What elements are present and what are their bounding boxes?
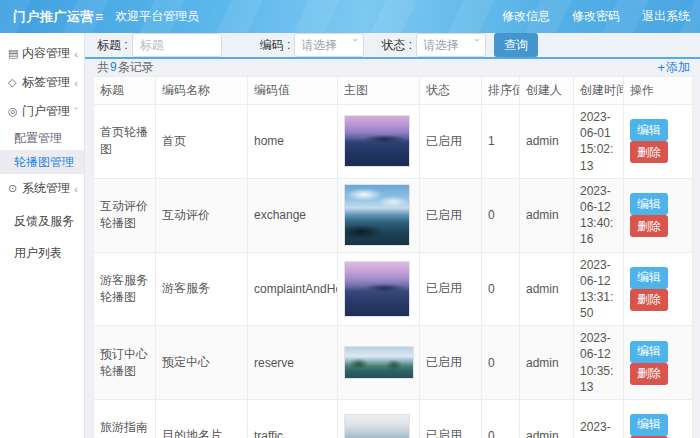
sidebar-item-label: 门户管理 [22, 103, 74, 120]
search-button[interactable]: 查询 [494, 33, 538, 57]
cell-main-image [338, 400, 420, 438]
cell-status: 已启用 [420, 178, 482, 252]
system-manage-icon: ⊙ [8, 182, 22, 195]
cell-sort: 0 [482, 326, 520, 400]
cell-title: 互动评价轮播图 [94, 178, 156, 252]
edit-button[interactable]: 编辑 [630, 119, 668, 141]
record-count-suffix: 条记录 [118, 60, 154, 74]
sunset-pier-photo [344, 115, 410, 167]
sidebar-subitem-config-manage[interactable]: 配置管理 [0, 126, 84, 150]
cell-sort: 1 [482, 105, 520, 179]
table-header-row: 标题 编码名称 编码值 主图 状态 排序值 创建人 创建时间 操作 [94, 77, 693, 105]
cell-code-value: home [248, 105, 338, 179]
cell-creator: admin [520, 252, 574, 326]
col-header-code-name: 编码名称 [156, 77, 248, 105]
title-filter-label: 标题 : [97, 37, 128, 54]
table-row: 首页轮播图 首页 home 已启用 1 admin 2023-06-01 15:… [94, 105, 693, 179]
cell-status: 已启用 [420, 105, 482, 179]
delete-button[interactable]: 删除 [630, 289, 668, 311]
sidebar-item-label: 标签管理 [22, 74, 74, 91]
col-header-sort: 排序值 [482, 77, 520, 105]
sidebar: ▤ 内容管理 ‹ ◇ 标签管理 ‹ ◎ 门户管理 ˇ 配置管理 轮播图管理 ⊙ … [0, 33, 85, 438]
edit-button[interactable]: 编辑 [630, 414, 668, 436]
cell-operations: 编辑删除 [624, 400, 693, 438]
cell-operations: 编辑删除 [624, 326, 693, 400]
cell-code-value: reserve [248, 326, 338, 400]
cell-created-time: 2023-06-12 13:40:16 [574, 178, 624, 252]
delete-button[interactable]: 删除 [630, 141, 668, 163]
status-filter-label: 状态 : [381, 37, 412, 54]
add-button[interactable]: +添加 [657, 59, 690, 76]
table-row: 预订中心轮播图 预定中心 reserve 已启用 0 admin 2023-06… [94, 326, 693, 400]
edit-info-link[interactable]: 修改信息 [502, 8, 550, 25]
cell-status: 已启用 [420, 400, 482, 438]
chevron-left-icon: ‹ [74, 48, 78, 60]
cell-title: 首页轮播图 [94, 105, 156, 179]
portal-manage-icon: ◎ [8, 105, 22, 118]
aerial-beach-photo [344, 414, 410, 438]
cell-status: 已启用 [420, 252, 482, 326]
cell-operations: 编辑删除 [624, 105, 693, 179]
sidebar-item-label: 内容管理 [22, 45, 74, 62]
cell-sort: 0 [482, 252, 520, 326]
delete-button[interactable]: 删除 [630, 215, 668, 237]
status-select[interactable]: 请选择 ˇ [416, 33, 486, 57]
code-select-value: 请选择 [301, 37, 353, 54]
content-manage-icon: ▤ [8, 47, 22, 60]
logout-link[interactable]: 退出系统 [642, 8, 690, 25]
sidebar-item-user-list[interactable]: 用户列表 [0, 239, 84, 267]
cell-code-name: 游客服务 [156, 252, 248, 326]
cell-code-value: complaintAndHelp [248, 252, 338, 326]
col-header-operations: 操作 [624, 77, 693, 105]
edit-button[interactable]: 编辑 [630, 193, 668, 215]
cell-status: 已启用 [420, 326, 482, 400]
cell-main-image [338, 326, 420, 400]
welcome-text: 欢迎平台管理员 [115, 8, 199, 25]
sidebar-item-content-manage[interactable]: ▤ 内容管理 ‹ [0, 39, 84, 68]
top-header: 门户推广运营 ≡ 欢迎平台管理员 修改信息 修改密码 退出系统 [0, 0, 700, 33]
cell-creator: admin [520, 400, 574, 438]
col-header-main-image: 主图 [338, 77, 420, 105]
cell-title: 预订中心轮播图 [94, 326, 156, 400]
cell-code-name: 预定中心 [156, 326, 248, 400]
sidebar-item-feedback-service[interactable]: 反馈及服务 [0, 207, 84, 235]
change-password-link[interactable]: 修改密码 [572, 8, 620, 25]
edit-button[interactable]: 编辑 [630, 341, 668, 363]
add-button-label: 添加 [666, 59, 690, 76]
cell-sort: 0 [482, 400, 520, 438]
cell-title: 游客服务轮播图 [94, 252, 156, 326]
cell-created-time: 2023-06-12 [574, 400, 624, 438]
delete-button[interactable]: 删除 [630, 363, 668, 385]
chevron-left-icon: ‹ [74, 77, 78, 89]
cell-code-value: exchange [248, 178, 338, 252]
cell-code-value: traffic [248, 400, 338, 438]
tag-manage-icon: ◇ [8, 76, 22, 89]
cell-created-time: 2023-06-12 13:31:50 [574, 252, 624, 326]
col-header-title: 标题 [94, 77, 156, 105]
code-select[interactable]: 请选择 ˇ [294, 33, 364, 57]
sidebar-item-system-manage[interactable]: ⊙ 系统管理 ‹ [0, 174, 84, 203]
cell-created-time: 2023-06-12 10:35:13 [574, 326, 624, 400]
col-header-creator: 创建人 [520, 77, 574, 105]
col-header-status: 状态 [420, 77, 482, 105]
header-links: 修改信息 修改密码 退出系统 [502, 8, 690, 25]
carousel-table-wrap: 标题 编码名称 编码值 主图 状态 排序值 创建人 创建时间 操作 首页轮播图 [93, 76, 692, 438]
status-select-value: 请选择 [423, 37, 475, 54]
sidebar-item-portal-manage[interactable]: ◎ 门户管理 ˇ [0, 97, 84, 126]
sidebar-item-label: 系统管理 [22, 180, 74, 197]
cell-code-name: 首页 [156, 105, 248, 179]
cell-creator: admin [520, 105, 574, 179]
cell-created-time: 2023-06-01 15:02:13 [574, 105, 624, 179]
menu-toggle-icon[interactable]: ≡ [95, 9, 103, 25]
beach-resort-photo [344, 346, 414, 379]
title-filter-input[interactable] [132, 33, 222, 57]
record-count: 共9条记录 [97, 59, 154, 76]
col-header-created-time: 创建时间 [574, 77, 624, 105]
record-count-number: 9 [109, 60, 118, 74]
cell-main-image [338, 178, 420, 252]
sidebar-subitem-carousel-manage[interactable]: 轮播图管理 [0, 150, 84, 174]
col-header-code-value: 编码值 [248, 77, 338, 105]
sidebar-item-tag-manage[interactable]: ◇ 标签管理 ‹ [0, 68, 84, 97]
edit-button[interactable]: 编辑 [630, 267, 668, 289]
main-content: 标题 : 编码 : 请选择 ˇ 状态 : 请选择 ˇ 查询 共9条记录 +添加 [85, 33, 700, 438]
